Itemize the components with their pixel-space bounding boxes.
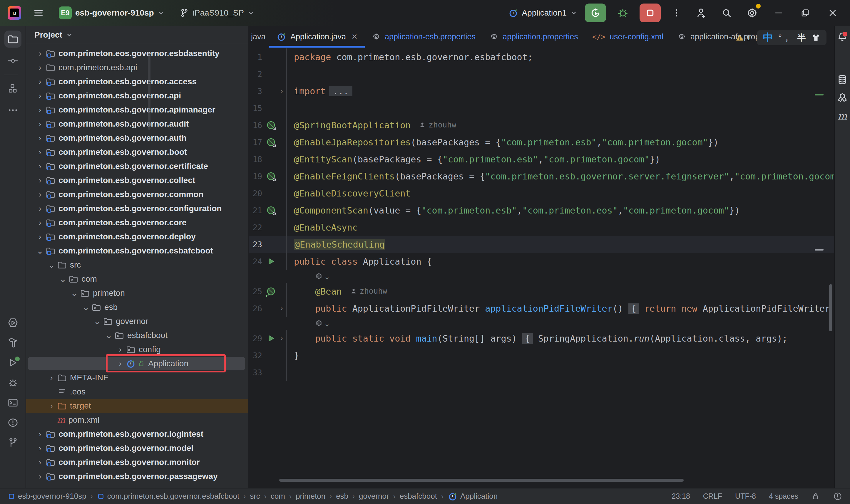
tree-item-com-primeton-esb-governor-collect[interactable]: ›com.primeton.esb.governor.collect	[26, 173, 248, 187]
breadcrumb-com[interactable]: com	[271, 492, 285, 501]
stripe-button-problems[interactable]	[4, 414, 21, 431]
debug-button[interactable]	[614, 4, 632, 22]
breadcrumb-esbafcboot[interactable]: esbafcboot	[400, 492, 437, 501]
chevron-expanded-icon[interactable]: ⌄	[81, 304, 91, 310]
chevron-expanded-icon[interactable]: ⌄	[104, 332, 114, 338]
caret-position-widget[interactable]: 23:18	[672, 492, 690, 501]
more-actions-button[interactable]	[669, 5, 685, 21]
settings-button[interactable]	[743, 4, 761, 22]
tree-item-com-primeton-esb-governor-certificate[interactable]: ›com.primeton.esb.governor.certificate	[26, 159, 248, 173]
tree-item-target[interactable]: ›target	[26, 399, 248, 413]
tree-item--eos[interactable]: .eos	[26, 385, 248, 399]
encoding-widget[interactable]: UTF-8	[735, 492, 756, 501]
tree-item-esb[interactable]: ⌄esb	[26, 300, 248, 314]
tree-item-src[interactable]: ⌄src	[26, 258, 248, 272]
chevron-expanded-icon[interactable]: ⌄	[35, 248, 45, 254]
main-menu-icon[interactable]	[30, 4, 47, 21]
tree-item-primeton[interactable]: ⌄primeton	[26, 286, 248, 300]
chevron-collapsed-icon[interactable]: ›	[35, 472, 45, 481]
chevron-collapsed-icon[interactable]: ›	[115, 345, 125, 354]
project-widget[interactable]: E9 esb-governor-910sp	[56, 3, 168, 22]
tree-item-com-primeton-esb-governor-monitor[interactable]: ›com.primeton.esb.governor.monitor	[26, 455, 248, 469]
breadcrumb-src[interactable]: src	[250, 492, 260, 501]
stripe-button-structure[interactable]	[4, 80, 21, 97]
breadcrumb-com-primeton-esb-governor-esbafcboot[interactable]: com.primeton.esb.governor.esbafcboot	[97, 492, 239, 501]
tree-item-config[interactable]: ›config	[26, 342, 248, 357]
run-gutter-icon[interactable]	[266, 257, 275, 266]
chevron-collapsed-icon[interactable]: ›	[35, 91, 45, 101]
stop-button[interactable]	[640, 3, 661, 22]
stripe-button-bell[interactable]	[835, 29, 850, 44]
tree-item-governor[interactable]: ⌄governor	[26, 314, 248, 328]
chevron-collapsed-icon[interactable]: ›	[35, 77, 45, 86]
author-annotation[interactable]: zhouhw	[419, 121, 456, 129]
line-separator-widget[interactable]: CRLF	[703, 492, 722, 501]
ai-inlay-hint[interactable]: ⌄	[249, 270, 834, 283]
stripe-button-terminal[interactable]	[4, 394, 21, 411]
error-analysis-icon[interactable]	[833, 492, 843, 501]
chevron-collapsed-icon[interactable]: ›	[35, 162, 45, 171]
chevron-collapsed-icon[interactable]: ›	[35, 120, 45, 129]
tree-item-com-primeton-esb-governor-passageway[interactable]: ›com.primeton.esb.governor.passageway	[26, 469, 248, 483]
chevron-expanded-icon[interactable]: ⌄	[58, 276, 68, 282]
stripe-button-more-h[interactable]	[4, 102, 21, 119]
tree-item-com-primeton-eos-governor-esbdasentity[interactable]: ›com.primeton.eos.governor.esbdasentity	[26, 47, 248, 60]
ai-inlay-hint[interactable]: ⌄	[249, 317, 834, 330]
tree-item-com-primeton-esb-governor-common[interactable]: ›com.primeton.esb.governor.common	[26, 187, 248, 201]
maximize-button[interactable]	[796, 3, 815, 22]
vcs-branch-widget[interactable]: iPaaS910_SP	[176, 5, 258, 21]
tab-application-esb-properties[interactable]: application-esb.properties	[365, 26, 483, 48]
chevron-collapsed-icon[interactable]: ›	[35, 63, 45, 72]
chevron-collapsed-icon[interactable]: ›	[35, 49, 45, 58]
stripe-button-database[interactable]	[835, 72, 850, 87]
spring-bean-gutter-icon[interactable]	[266, 121, 276, 130]
project-panel-header[interactable]: Project	[26, 26, 248, 44]
tab-java[interactable]: java	[249, 26, 269, 48]
chevron-collapsed-icon[interactable]: ›	[35, 204, 45, 213]
tree-item-com-primeton-esb-governor-access[interactable]: ›com.primeton.esb.governor.access	[26, 75, 248, 89]
stripe-button-maven-m[interactable]: m	[835, 109, 850, 123]
tree-item-com-primeton-esb-governor-configuration[interactable]: ›com.primeton.esb.governor.configuration	[26, 201, 248, 216]
chevron-collapsed-icon[interactable]: ›	[35, 430, 45, 439]
tree-item-com-primeton-esb-governor-auth[interactable]: ›com.primeton.esb.governor.auth	[26, 131, 248, 145]
indent-widget[interactable]: 4 spaces	[769, 492, 798, 501]
breadcrumb-application[interactable]: Application	[448, 491, 498, 501]
chevron-collapsed-icon[interactable]: ›	[35, 458, 45, 467]
chevron-collapsed-icon[interactable]: ›	[35, 176, 45, 185]
tree-item-com-primeton-esb-governor-logintest[interactable]: ›com.primeton.esb.governor.logintest	[26, 427, 248, 441]
stripe-button-build[interactable]	[4, 334, 21, 351]
spring-bean-gutter-icon[interactable]	[266, 205, 276, 215]
stripe-button-git-branch[interactable]	[4, 434, 21, 451]
chevron-collapsed-icon[interactable]: ›	[35, 444, 45, 453]
inspection-warnings-widget[interactable]: 1	[735, 33, 751, 42]
stripe-button-spring[interactable]	[835, 90, 850, 105]
spring-bean-gutter-icon[interactable]	[266, 172, 276, 181]
minimize-button[interactable]	[769, 3, 788, 22]
run-configuration-selector[interactable]: Application1	[508, 8, 577, 18]
code-editor[interactable]: 1package com.primeton.esb.governor.esbaf…	[249, 48, 834, 381]
chevron-collapsed-icon[interactable]: ›	[35, 133, 45, 143]
tab-user-config-xml[interactable]: </>user-config.xml	[585, 26, 671, 48]
tree-item-com-primeton-esb-governor-deploy[interactable]: ›com.primeton.esb.governor.deploy	[26, 230, 248, 244]
tree-item-com-primeton-esb-governor-apimanager[interactable]: ›com.primeton.esb.governor.apimanager	[26, 103, 248, 117]
ime-status-widget[interactable]: 中 °， 半	[757, 30, 827, 45]
search-everywhere-button[interactable]	[718, 4, 735, 22]
chevron-collapsed-icon[interactable]: ›	[115, 359, 125, 368]
project-tree-scrollbar[interactable]	[148, 53, 151, 130]
tree-item-com[interactable]: ⌄com	[26, 272, 248, 286]
chevron-collapsed-icon[interactable]: ›	[47, 401, 56, 411]
fold-region-icon[interactable]: ›	[277, 304, 286, 313]
chevron-collapsed-icon[interactable]: ›	[35, 190, 45, 199]
breadcrumb-primeton[interactable]: primeton	[296, 492, 325, 501]
chevron-collapsed-icon[interactable]: ›	[35, 148, 45, 157]
tree-item-com-primeton-esb-governor-audit[interactable]: ›com.primeton.esb.governor.audit	[26, 117, 248, 131]
tree-item-esbafcboot[interactable]: ⌄esbafcboot	[26, 328, 248, 342]
tree-item-com-primeton-esb-governor-api[interactable]: ›com.primeton.esb.governor.api	[26, 89, 248, 103]
rerun-button[interactable]	[585, 3, 606, 22]
close-button[interactable]	[823, 3, 843, 22]
chevron-collapsed-icon[interactable]: ›	[35, 232, 45, 241]
stripe-button-commit[interactable]	[4, 52, 21, 69]
tree-item-com-primeton-esb-governor-model[interactable]: ›com.primeton.esb.governor.model	[26, 441, 248, 455]
breadcrumb-esb-governor-910sp[interactable]: esb-governor-910sp	[7, 492, 86, 501]
chevron-expanded-icon[interactable]: ⌄	[47, 262, 56, 268]
